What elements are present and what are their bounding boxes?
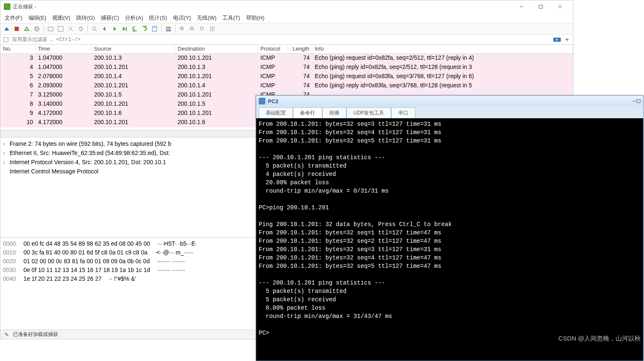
svg-rect-4: [15, 27, 19, 31]
goto-last-button[interactable]: [140, 24, 149, 33]
pc2-icon: [259, 98, 265, 104]
menu-item[interactable]: 文件(F): [2, 13, 25, 23]
svg-rect-30: [4, 37, 8, 42]
pc2-window: PC2 基础配置命令行组播UDP发包工具串口 From 200.10.1.201…: [256, 95, 644, 361]
restart-capture-button[interactable]: [22, 24, 31, 33]
menu-item[interactable]: 分析(A): [122, 13, 145, 23]
column-no[interactable]: No.: [0, 45, 36, 53]
display-filter-input[interactable]: [10, 36, 552, 43]
svg-rect-18: [166, 27, 171, 28]
pc2-maximize-button[interactable]: [636, 98, 641, 104]
status-gear-icon[interactable]: ✎: [5, 332, 9, 338]
chevron-right-icon: ›: [3, 139, 7, 148]
svg-rect-13: [126, 27, 127, 31]
menu-item[interactable]: 跳转(G): [74, 13, 97, 23]
zoom-out-button[interactable]: [188, 24, 197, 33]
pc2-terminal[interactable]: From 200.10.1.201: bytes=32 seq=3 ttl=12…: [256, 118, 643, 361]
packet-list-header: No. Time Source Destination Protocol Len…: [0, 45, 573, 54]
pc2-minimize-button[interactable]: [632, 98, 636, 104]
svg-rect-1: [539, 5, 542, 8]
filter-add-button[interactable]: +: [562, 36, 572, 44]
svg-rect-16: [153, 26, 157, 31]
resize-columns-button[interactable]: [208, 24, 217, 33]
titlebar: 正在捕获 -: [0, 0, 573, 13]
pc2-tabs: 基础配置命令行组播UDP发包工具串口: [256, 107, 643, 118]
stop-capture-button[interactable]: [12, 24, 21, 33]
close-file-button[interactable]: [66, 24, 75, 33]
packet-row[interactable]: 52.078000200.10.1.4200.10.1.201ICMP74Ech…: [0, 72, 573, 81]
menu-item[interactable]: 帮助(H): [244, 13, 267, 23]
packet-row[interactable]: 31.047000200.10.1.3200.10.1.201ICMP74Ech…: [0, 54, 573, 63]
close-button[interactable]: [550, 0, 570, 13]
open-file-button[interactable]: [46, 24, 55, 33]
menu-item[interactable]: 捕获(C): [98, 13, 122, 23]
column-info[interactable]: Info: [312, 45, 573, 53]
filter-apply-button[interactable]: [552, 36, 562, 44]
pc2-tab[interactable]: UDP发包工具: [346, 107, 391, 118]
menu-item[interactable]: 编辑(E): [26, 13, 49, 23]
reload-button[interactable]: [76, 24, 85, 33]
column-time[interactable]: Time: [36, 45, 92, 53]
svg-point-6: [36, 28, 38, 30]
colorize-button[interactable]: [164, 24, 173, 33]
menu-item[interactable]: 电话(Y): [171, 13, 193, 23]
auto-scroll-button[interactable]: [150, 24, 159, 33]
column-proto[interactable]: Protocol: [258, 45, 288, 53]
save-button[interactable]: [56, 24, 65, 33]
packet-row[interactable]: 41.047000200.10.1.201200.10.1.3ICMP74Ech…: [0, 63, 573, 72]
chevron-right-icon: ›: [3, 158, 7, 167]
svg-rect-8: [58, 26, 63, 31]
menu-item[interactable]: 统计(S): [146, 13, 169, 23]
status-text: 已准备好加载或捕获: [13, 331, 58, 338]
menu-item[interactable]: 无线(W): [194, 13, 219, 23]
menu-item[interactable]: 工具(T): [220, 13, 243, 23]
svg-point-11: [92, 27, 96, 30]
maximize-button[interactable]: [531, 0, 550, 13]
menu-item[interactable]: 视图(V): [50, 13, 73, 23]
window-title: 正在捕获 -: [13, 3, 512, 10]
svg-rect-20: [166, 30, 171, 31]
go-back-button[interactable]: [100, 24, 109, 33]
svg-point-26: [200, 27, 204, 30]
svg-line-12: [95, 30, 97, 31]
pc2-tab[interactable]: 命令行: [293, 107, 322, 118]
wireshark-icon: [4, 3, 10, 10]
go-forward-button[interactable]: [110, 24, 119, 33]
pc2-title: PC2: [268, 98, 632, 104]
goto-first-button[interactable]: [130, 24, 139, 33]
pc2-titlebar: PC2: [256, 96, 643, 107]
filter-bar: +: [0, 35, 573, 45]
toolbar: [0, 23, 573, 35]
chevron-right-icon: [3, 167, 7, 176]
column-dest[interactable]: Destination: [175, 45, 258, 53]
filter-icon: [1, 37, 10, 43]
menubar: 文件(F)编辑(E)视图(V)跳转(G)捕获(C)分析(A)统计(S)电话(Y)…: [0, 13, 573, 23]
minimize-button[interactable]: [512, 0, 531, 13]
packet-row[interactable]: 62.093000200.10.1.201200.10.1.4ICMP74Ech…: [0, 81, 573, 91]
chevron-right-icon: ›: [3, 148, 7, 158]
pc2-tab[interactable]: 串口: [391, 107, 415, 118]
zoom-in-button[interactable]: [178, 24, 187, 33]
find-button[interactable]: [90, 24, 99, 33]
column-source[interactable]: Source: [92, 45, 175, 53]
zoom-reset-button[interactable]: [198, 24, 207, 33]
svg-rect-7: [48, 27, 53, 31]
capture-options-button[interactable]: [32, 24, 41, 33]
svg-rect-19: [166, 28, 171, 30]
shark-icon[interactable]: [2, 24, 11, 33]
pc2-tab[interactable]: 组播: [322, 107, 346, 118]
column-length[interactable]: Length: [288, 45, 312, 53]
goto-packet-button[interactable]: [120, 24, 129, 33]
svg-rect-33: [637, 99, 640, 103]
pc2-tab[interactable]: 基础配置: [259, 107, 293, 118]
